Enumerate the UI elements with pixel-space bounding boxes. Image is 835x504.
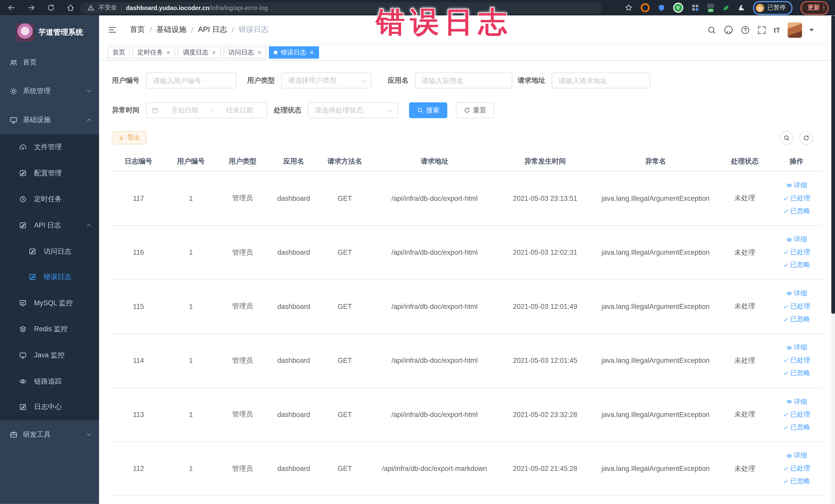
breadcrumb-infrastructure[interactable]: 基础设施 [157,25,186,35]
sidebar-item-label: 研发工具 [23,430,50,439]
sidebar-item-config-management[interactable]: 配置管理 [0,160,99,186]
mark-processed-link[interactable]: 已处理 [782,302,810,311]
user-avatar[interactable] [788,22,802,38]
scrollbar[interactable] [831,15,835,504]
app-name-input[interactable] [415,73,512,88]
sidebar-item-label: 配置管理 [34,168,62,178]
tab-access-log[interactable]: 访问日志✕ [224,46,266,59]
chevron-down-icon [86,432,91,437]
tab-error-log[interactable]: 错误日志✕ [269,46,319,59]
extension-v-icon[interactable]: V [673,3,683,13]
layers-icon [19,326,27,333]
address-bar[interactable]: 不安全 dashboard.yudao.iocoder.cn/infra/log… [80,2,602,14]
mark-ignored-link[interactable]: 已忽略 [782,477,810,486]
security-label: 不安全 [99,4,117,12]
tab-scheduled-tasks[interactable]: 定时任务✕ [133,46,176,59]
user-type-select[interactable]: 请选择用户类型 [281,73,372,88]
user-type-label: 用户类型 [247,76,275,85]
sidebar-item-home[interactable]: 首页 [0,48,99,77]
sidebar-item-scheduled-tasks[interactable]: 定时任务 [0,186,99,212]
close-icon[interactable]: ✕ [166,49,170,56]
app-cell: dashboard [268,194,319,202]
process-status-select[interactable]: 请选择处理状态 [308,102,399,118]
detail-link[interactable]: 详细 [786,451,807,460]
font-size-icon[interactable]: tT [774,26,780,34]
sidebar-item-access-log[interactable]: 访问日志 [0,238,99,264]
calendar-icon [152,107,159,114]
fullscreen-icon[interactable] [757,25,766,35]
breadcrumb-home[interactable]: 首页 [130,25,145,35]
extension-grid-icon[interactable] [691,4,699,12]
browser-nav-buttons [0,4,80,12]
reload-icon[interactable] [47,4,55,12]
detail-link[interactable]: 详细 [786,343,807,352]
avatar-caret-icon[interactable] [810,28,814,31]
sidebar-item-java-monitor[interactable]: Java 监控 [0,342,99,368]
sidebar-item-log-center[interactable]: 日志中心 [0,394,99,420]
mark-processed-link[interactable]: 已处理 [782,410,810,419]
github-icon[interactable] [724,25,733,35]
help-icon[interactable] [740,25,750,35]
close-icon[interactable]: ✕ [309,49,314,56]
extensions-puzzle-icon[interactable] [737,4,745,12]
mark-processed-link[interactable]: 已处理 [782,194,810,203]
sidebar-item-api-log[interactable]: API 日志 [0,212,99,238]
check-icon [782,358,789,364]
close-icon[interactable]: ✕ [211,49,216,56]
sidebar-item-system[interactable]: 系统管理 [0,77,99,105]
hamburger-icon[interactable] [107,25,117,35]
detail-link[interactable]: 详细 [786,289,807,298]
sidebar-item-redis-monitor[interactable]: Redis 监控 [0,316,99,342]
user-id-input[interactable] [146,73,237,88]
tab-schedule-log[interactable]: 调度日志✕ [178,46,221,59]
mark-ignored-link[interactable]: 已忽略 [782,206,810,216]
exception-cell: java.lang.IllegalArgumentException [592,356,719,364]
scrollbar-thumb[interactable] [831,15,835,314]
bookmark-star-icon[interactable] [625,4,633,12]
user-type-cell: 管理员 [217,194,268,203]
detail-link[interactable]: 详细 [786,181,807,190]
sidebar-item-file-management[interactable]: 文件管理 [0,134,99,160]
home-icon[interactable] [66,4,75,12]
refresh-table-button[interactable] [799,131,813,145]
mark-ignored-link[interactable]: 已忽略 [782,423,810,432]
profile-paused-badge[interactable]: 已暂停 [753,1,792,15]
extension-on-badge-icon[interactable]: on [707,3,714,12]
detail-link[interactable]: 详细 [786,397,807,406]
request-url-input[interactable] [552,73,650,88]
sidebar-item-infrastructure[interactable]: 基础设施 [0,105,99,134]
forward-icon[interactable] [27,4,35,12]
back-icon[interactable] [7,4,15,12]
toggle-search-button[interactable] [779,131,793,145]
browser-menu-icon[interactable] [823,5,824,11]
sidebar-item-mysql-monitor[interactable]: MySQL 监控 [0,290,99,316]
extension-leaf-icon[interactable] [722,4,730,12]
chrome-update-button[interactable]: 更新 [800,1,829,15]
mark-ignored-link[interactable]: 已忽略 [782,369,810,378]
eye-icon [786,345,792,351]
search-button[interactable]: 搜索 [409,102,447,118]
mark-processed-link[interactable]: 已处理 [782,248,810,257]
user-type-cell: 管理员 [217,410,268,419]
extension-shield-icon[interactable] [658,4,665,12]
sidebar-item-error-log[interactable]: 错误日志 [0,264,99,290]
search-icon[interactable] [707,25,716,35]
mark-processed-link[interactable]: 已处理 [782,464,810,473]
extension-donut-icon[interactable] [641,3,650,12]
breadcrumb-api-log[interactable]: API 日志 [198,25,227,35]
sidebar-item-trace[interactable]: 链路追踪 [0,368,99,394]
sidebar-item-label: Java 监控 [34,350,64,360]
export-button[interactable]: 导出 [112,131,147,144]
tab-home[interactable]: 首页 [107,46,130,59]
sidebar-item-dev-tools[interactable]: 研发工具 [0,420,99,449]
sidebar: 芋道管理系统 首页 系统管理 基础设施 [0,15,99,504]
sidebar-logo[interactable]: 芋道管理系统 [0,15,99,45]
mark-ignored-link[interactable]: 已忽略 [782,261,810,269]
exception-time-range-picker[interactable]: 开始日期 - 结束日期 [146,102,267,118]
close-icon[interactable]: ✕ [257,49,262,56]
mark-processed-link[interactable]: 已处理 [782,356,810,365]
reset-button[interactable]: 重置 [456,102,494,118]
detail-link[interactable]: 详细 [786,235,807,244]
log-icon [19,403,27,411]
mark-ignored-link[interactable]: 已忽略 [782,315,810,324]
